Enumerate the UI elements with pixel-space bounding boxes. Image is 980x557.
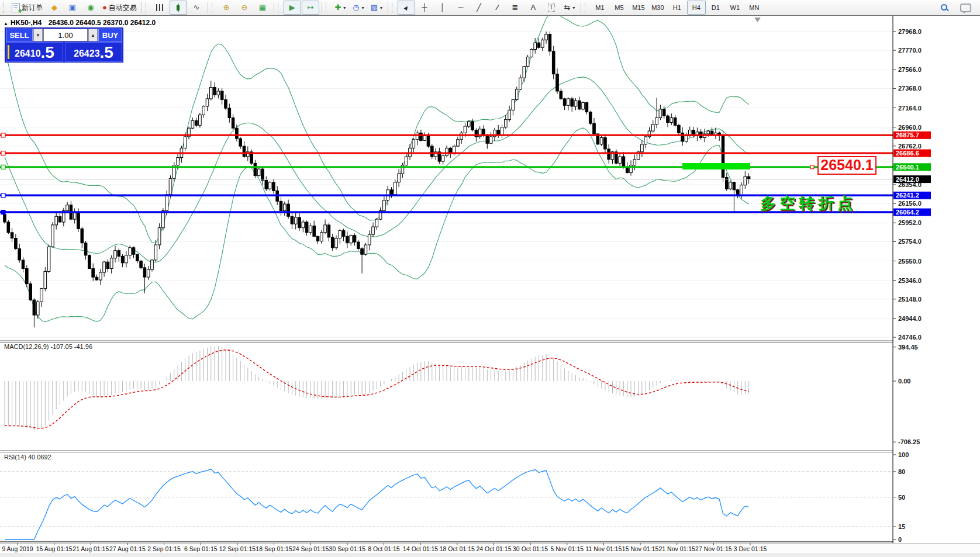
sell-price-frac: .5 bbox=[41, 45, 54, 60]
svg-text:80: 80 bbox=[898, 468, 905, 475]
svg-text:2 Sep 01:15: 2 Sep 01:15 bbox=[147, 545, 181, 552]
blue-app-icon: ▣ bbox=[69, 3, 76, 12]
cursor-icon: ► bbox=[402, 3, 411, 12]
toolbar-grip bbox=[278, 2, 281, 13]
timeframe-h4-button[interactable]: H4 bbox=[687, 1, 706, 15]
time-axis[interactable]: 9 Aug 201915 Aug 01:1521 Aug 01:1527 Aug… bbox=[0, 543, 980, 557]
timeframe-mn-button[interactable]: MN bbox=[745, 1, 764, 15]
svg-text:50: 50 bbox=[898, 494, 905, 501]
chevron-down-icon: ▾ bbox=[572, 5, 575, 11]
svg-text:9 Aug 2019: 9 Aug 2019 bbox=[2, 545, 33, 552]
chart-area[interactable]: 27968.027770.027566.027368.027164.026960… bbox=[0, 16, 980, 557]
candlestick-chart-button[interactable] bbox=[170, 1, 187, 15]
zoom-out-icon: ⊖ bbox=[241, 3, 247, 12]
volume-increase-button[interactable]: ▲ bbox=[88, 29, 98, 41]
price-callout-box[interactable]: 26540.1 bbox=[817, 156, 877, 175]
toolbar-grip bbox=[146, 2, 149, 13]
volume-decrease-button[interactable]: ▼ bbox=[33, 29, 43, 41]
candles-icon bbox=[174, 3, 182, 12]
timeframe-m5-button[interactable]: M5 bbox=[610, 1, 629, 15]
channel-button[interactable]: ∕∕ bbox=[488, 1, 506, 15]
horizontal-line-button[interactable]: ─ bbox=[452, 1, 470, 15]
svg-text:25550.0: 25550.0 bbox=[898, 258, 922, 265]
zoom-out-button[interactable]: ⊖ bbox=[236, 1, 253, 15]
label-icon: T bbox=[548, 4, 555, 12]
templates-button[interactable]: ▧▾ bbox=[368, 1, 385, 15]
zoom-in-icon: ⊕ bbox=[223, 3, 229, 12]
svg-text:14 Oct 01:15: 14 Oct 01:15 bbox=[403, 545, 438, 552]
svg-text:25346.0: 25346.0 bbox=[898, 277, 922, 284]
timeframe-m30-button[interactable]: M30 bbox=[648, 1, 667, 15]
toolbar-grip bbox=[326, 2, 329, 13]
hline-icon: ─ bbox=[458, 3, 463, 12]
signals-button[interactable]: ◉ bbox=[82, 1, 99, 15]
text-icon: A bbox=[531, 3, 536, 12]
bar-chart-button[interactable] bbox=[151, 1, 169, 15]
timeframe-d1-button[interactable]: D1 bbox=[706, 1, 725, 15]
new-order-button[interactable]: 新订单 bbox=[9, 1, 45, 15]
line-chart-button[interactable]: ∿ bbox=[188, 1, 205, 15]
svg-text:6 Sep 01:15: 6 Sep 01:15 bbox=[184, 545, 218, 552]
svg-text:0.00: 0.00 bbox=[898, 378, 910, 385]
svg-text:11 Nov 01:15: 11 Nov 01:15 bbox=[586, 545, 622, 552]
crosshair-button[interactable]: ┼ bbox=[416, 1, 433, 15]
data-window-button[interactable]: ▣ bbox=[64, 1, 81, 15]
sell-button[interactable]: SELL bbox=[6, 29, 33, 41]
toolbar-separator bbox=[388, 2, 388, 13]
label-button[interactable]: T bbox=[543, 1, 560, 15]
zoom-in-button[interactable]: ⊕ bbox=[218, 1, 235, 15]
chat-icon bbox=[960, 4, 971, 12]
svg-text:8 Oct 01:15: 8 Oct 01:15 bbox=[368, 545, 399, 552]
toolbar-separator bbox=[208, 2, 208, 13]
svg-text:27 Aug 01:15: 27 Aug 01:15 bbox=[109, 545, 146, 552]
bars-icon bbox=[156, 4, 164, 11]
fibonacci-button[interactable]: ≣ bbox=[506, 1, 524, 15]
chart-shift-button[interactable]: ↦ bbox=[302, 1, 319, 15]
doc-plus-icon bbox=[12, 3, 20, 12]
chevron-down-icon: ▾ bbox=[380, 5, 382, 11]
chat-button[interactable] bbox=[957, 1, 974, 15]
svg-text:21 Nov 01:15: 21 Nov 01:15 bbox=[658, 545, 695, 552]
svg-text:26686.6: 26686.6 bbox=[896, 150, 919, 157]
timeframe-h1-button[interactable]: H1 bbox=[668, 1, 686, 15]
svg-text:27164.0: 27164.0 bbox=[898, 105, 922, 112]
price-axis[interactable]: 27968.027770.027566.027368.027164.026960… bbox=[893, 16, 980, 543]
auto-scroll-button[interactable]: ▶ bbox=[284, 1, 301, 15]
timeframe-m15-button[interactable]: M15 bbox=[629, 1, 648, 15]
autoscroll-icon: ▶ bbox=[289, 3, 295, 12]
line-icon: ∿ bbox=[193, 3, 199, 12]
arrows-button[interactable]: ⇆▾ bbox=[561, 1, 578, 15]
svg-text:26875.7: 26875.7 bbox=[896, 132, 919, 139]
svg-text:26156.0: 26156.0 bbox=[898, 200, 922, 207]
cursor-button[interactable]: ► bbox=[398, 1, 415, 15]
indicators-button[interactable]: ✚▾ bbox=[332, 1, 349, 15]
svg-text:12 Sep 01:15: 12 Sep 01:15 bbox=[219, 545, 256, 552]
buy-price-display[interactable]: 26423 .5 bbox=[65, 42, 122, 62]
periods-button[interactable]: ◷▾ bbox=[350, 1, 367, 15]
text-button[interactable]: A bbox=[524, 1, 542, 15]
collapse-triangle-icon[interactable]: ▲ bbox=[4, 21, 8, 26]
timeframe-m1-button[interactable]: M1 bbox=[591, 1, 609, 15]
arrows-icon: ⇆ bbox=[564, 3, 570, 12]
buy-button[interactable]: BUY bbox=[98, 29, 122, 41]
svg-text:24 Oct 01:15: 24 Oct 01:15 bbox=[476, 545, 511, 552]
turning-point-annotation[interactable]: 多空转折点 bbox=[760, 193, 857, 214]
autotrade-icon: ● bbox=[102, 3, 107, 12]
timeframe-w1-button[interactable]: W1 bbox=[726, 1, 744, 15]
market-watch-icon-button[interactable]: ◆ bbox=[46, 1, 63, 15]
autotrading-button[interactable]: ●自动交易 bbox=[100, 1, 139, 15]
trendline-button[interactable]: ╱ bbox=[470, 1, 488, 15]
main-toolbar: 新订单◆▣◉●自动交易∿⊕⊖▦▶↦✚▾◷▾▧▾►┼│─╱∕∕≣AT⇆▾M1M5M… bbox=[0, 0, 980, 16]
green-signal-icon: ◉ bbox=[87, 3, 94, 12]
clock-icon: ◷ bbox=[353, 3, 359, 12]
svg-text:27770.0: 27770.0 bbox=[898, 47, 922, 54]
trend-icon: ╱ bbox=[477, 3, 481, 12]
price-direction-tick bbox=[8, 45, 9, 59]
search-button[interactable] bbox=[936, 1, 953, 15]
highlight-rectangle[interactable] bbox=[682, 163, 750, 169]
tile-windows-button[interactable]: ▦ bbox=[254, 1, 271, 15]
chevron-down-icon: ▾ bbox=[343, 5, 346, 11]
sell-price-display[interactable]: 26410 .5 bbox=[6, 42, 63, 62]
vertical-line-button[interactable]: │ bbox=[434, 1, 451, 15]
volume-input[interactable]: 1.00 bbox=[43, 29, 88, 41]
